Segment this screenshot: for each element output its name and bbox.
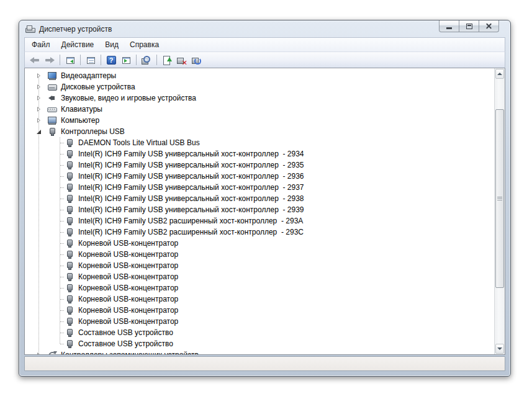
back-icon (30, 55, 40, 65)
tree-item-label: Составное USB устройство (78, 328, 173, 337)
device-usb-root-hub[interactable]: Корневой USB-концентратор (25, 282, 505, 294)
device-usb-root-hub[interactable]: Корневой USB-концентратор (25, 249, 505, 260)
close-button[interactable] (479, 20, 499, 32)
vertical-scrollbar[interactable] (494, 68, 505, 354)
show-hide-console-tree-button[interactable] (63, 53, 78, 67)
category-sound-video-game-devices[interactable]: Звуковые, видео и игровые устройства (25, 92, 505, 104)
usb-device-icon (65, 171, 74, 181)
tree-item-label: Составное USB устройство (78, 339, 173, 348)
tree-item-label: Корневой USB-концентратор (78, 239, 178, 248)
back-button[interactable] (27, 53, 42, 67)
category-computer[interactable]: Компьютер (25, 115, 505, 126)
toolbar-separator (80, 55, 81, 65)
tree-item-label: Контроллеры запоминающих устройств (61, 351, 199, 355)
expander-collapsed-icon[interactable] (35, 94, 43, 102)
tree-item-label: Корневой USB-концентратор (78, 272, 178, 281)
usb-device-icon (65, 261, 74, 271)
scan-devices-button[interactable] (139, 53, 154, 67)
usb-device-icon (65, 149, 74, 159)
device-daemon-tools-virtual-usb-bus[interactable]: DAEMON Tools Lite Virtual USB Bus (25, 137, 505, 148)
category-disk-devices[interactable]: Дисковые устройства (25, 81, 505, 92)
usb-device-icon (65, 238, 74, 248)
category-usb-controllers[interactable]: Контроллеры USB (25, 126, 505, 137)
expander-collapsed-icon[interactable] (35, 351, 43, 355)
menu-item-file[interactable]: Файл (26, 38, 56, 52)
device-usb-root-hub[interactable]: Корневой USB-концентратор (25, 260, 505, 271)
tree-item-label: Intel(R) ICH9 Family USB универсальный х… (78, 172, 304, 181)
expander-expanded-icon[interactable] (35, 127, 43, 136)
scroll-down-button[interactable] (495, 344, 504, 354)
device-usb2-host-controller-293C[interactable]: Intel(R) ICH9 Family USB2 расширенный хо… (25, 226, 505, 238)
tree-item-label: Intel(R) ICH9 Family USB2 расширенный хо… (78, 228, 304, 236)
category-video-adapters[interactable]: Видеоадаптеры (25, 70, 505, 81)
tree-item-label: Intel(R) ICH9 Family USB универсальный х… (78, 205, 304, 214)
menu-item-help[interactable]: Справка (124, 38, 165, 52)
usb-device-icon (65, 283, 74, 293)
menu-bar: ФайлДействиеВидСправка (24, 37, 505, 52)
device-usb-root-hub[interactable]: Корневой USB-концентратор (25, 271, 505, 282)
uninstall-device-button[interactable] (174, 53, 189, 67)
scroll-up-button[interactable] (495, 69, 504, 79)
usb-device-icon (65, 182, 74, 192)
update-driver-button[interactable] (160, 53, 174, 67)
window-title: Диспетчер устройств (39, 25, 112, 34)
expander-collapsed-icon[interactable] (35, 83, 43, 91)
menu-item-view[interactable]: Вид (99, 38, 124, 52)
help-button[interactable]: ? (104, 53, 119, 67)
device-usb-host-controller-2937[interactable]: Intel(R) ICH9 Family USB универсальный х… (25, 182, 505, 193)
device-usb-root-hub[interactable]: Корневой USB-концентратор (25, 305, 505, 316)
device-usb2-host-controller-293A[interactable]: Intel(R) ICH9 Family USB2 расширенный хо… (25, 215, 505, 226)
device-usb-root-hub[interactable]: Корневой USB-концентратор (25, 294, 505, 305)
device-usb-root-hub[interactable]: Корневой USB-концентратор (25, 238, 505, 249)
device-usb-host-controller-2934[interactable]: Intel(R) ICH9 Family USB универсальный х… (25, 148, 505, 159)
usb-device-icon (65, 272, 74, 282)
video-adapter-icon (47, 71, 57, 81)
uninstall-device-icon (177, 55, 187, 65)
minimize-button[interactable] (439, 20, 459, 32)
title-bar[interactable]: Диспетчер устройств (19, 20, 510, 37)
expander-collapsed-icon[interactable] (35, 105, 43, 114)
tree-item-label: Дисковые устройства (61, 83, 135, 91)
device-usb-host-controller-2939[interactable]: Intel(R) ICH9 Family USB универсальный х… (25, 204, 505, 215)
scan-hardware-changes-icon (192, 55, 202, 65)
device-usb-host-controller-2936[interactable]: Intel(R) ICH9 Family USB универсальный х… (25, 171, 505, 182)
scan-devices-icon (142, 55, 151, 65)
usb-icon (47, 127, 57, 137)
tree-item-label: Видеоадаптеры (61, 71, 116, 80)
properties-icon (87, 57, 95, 64)
device-manager-icon (25, 25, 35, 34)
usb-device-icon (65, 160, 74, 170)
device-usb-host-controller-2938[interactable]: Intel(R) ICH9 Family USB универсальный х… (25, 193, 505, 204)
storage-controller-icon (47, 350, 57, 355)
category-keyboards[interactable]: Клавиатуры (25, 104, 505, 115)
maximize-button[interactable] (459, 20, 479, 32)
toolbar-separator (156, 55, 157, 65)
scan-hardware-changes-button[interactable] (189, 53, 204, 67)
tree-area: ВидеоадаптерыДисковые устройстваЗвуковые… (24, 68, 505, 355)
expander-collapsed-icon[interactable] (35, 71, 43, 80)
device-manager-window: Диспетчер устройств ФайлДействиеВидСправ… (19, 20, 511, 377)
forward-button[interactable] (42, 53, 57, 67)
scrollbar-thumb[interactable] (495, 109, 504, 288)
device-usb-composite-device[interactable]: Составное USB устройство (25, 338, 505, 349)
usb-device-icon (65, 138, 74, 148)
tree-item-label: Звуковые, видео и игровые устройства (61, 94, 196, 102)
usb-device-icon (65, 305, 74, 315)
category-storage-controllers[interactable]: Контроллеры запоминающих устройств (25, 349, 505, 355)
help-icon: ? (107, 56, 116, 65)
properties-button[interactable] (83, 53, 98, 67)
device-usb-root-hub[interactable]: Корневой USB-концентратор (25, 316, 505, 327)
device-usb-host-controller-2935[interactable]: Intel(R) ICH9 Family USB универсальный х… (25, 159, 505, 171)
toolbar-separator (60, 55, 60, 65)
menu-item-action[interactable]: Действие (56, 38, 100, 52)
tree-item-label: Корневой USB-концентратор (78, 250, 178, 259)
usb-device-icon (65, 194, 74, 204)
tree-item-label: Intel(R) ICH9 Family USB универсальный х… (78, 150, 304, 158)
forward-icon (45, 55, 55, 65)
device-usb-composite-device[interactable]: Составное USB устройство (25, 327, 505, 338)
tree-item-label: Корневой USB-концентратор (78, 284, 178, 292)
maximize-icon (466, 24, 472, 29)
expander-collapsed-icon[interactable] (35, 116, 43, 125)
export-list-button[interactable] (119, 53, 133, 67)
status-bar (24, 356, 505, 371)
